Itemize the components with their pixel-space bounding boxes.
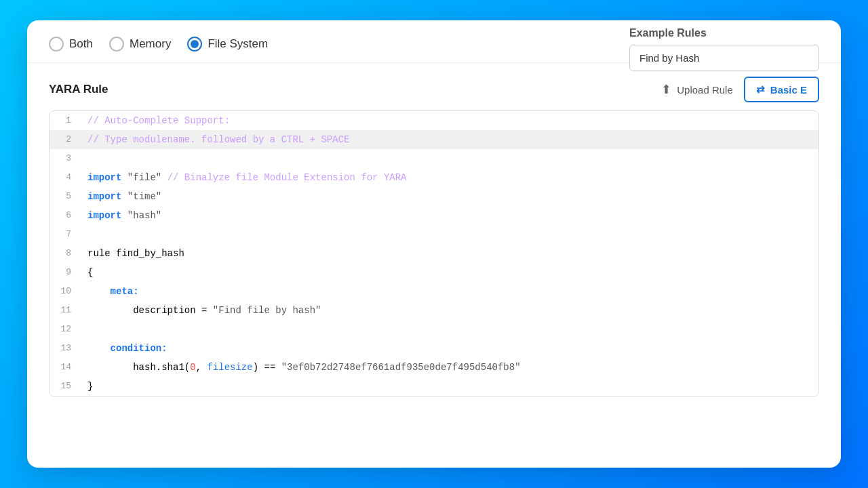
top-bar: Both Memory File System Example Rules (27, 20, 841, 63)
radio-both[interactable]: Both (49, 37, 93, 52)
basic-editor-button[interactable]: ⇄ Basic E (744, 77, 819, 102)
example-rules-section: Example Rules (629, 27, 819, 71)
upload-rule-button[interactable]: ⬆ Upload Rule (661, 82, 733, 97)
yara-rule-header: YARA Rule ⬆ Upload Rule ⇄ Basic E (49, 77, 819, 102)
table-row: 9 { (50, 263, 818, 282)
header-actions: ⬆ Upload Rule ⇄ Basic E (661, 77, 819, 102)
table-row: 4 import "file" // Binalyze file Module … (50, 168, 818, 187)
radio-circle-both (49, 37, 64, 52)
radio-label-memory: Memory (130, 37, 171, 51)
upload-rule-label: Upload Rule (677, 84, 733, 96)
table-row: 3 (50, 149, 818, 168)
radio-circle-memory (109, 37, 124, 52)
table-row: 6 import "hash" (50, 206, 818, 225)
table-row: 15 } (50, 377, 818, 396)
code-editor[interactable]: 1 // Auto-Complete Support: 2 // Type mo… (49, 110, 819, 396)
table-row: 2 // Type modulename. followed by a CTRL… (50, 130, 818, 149)
radio-label-both: Both (69, 37, 93, 51)
table-row: 14 hash.sha1(0, filesize) == "3ef0b72d27… (50, 358, 818, 377)
radio-circle-filesystem (187, 37, 202, 52)
switch-icon: ⇄ (756, 83, 765, 96)
table-row: 7 (50, 225, 818, 244)
table-row: 5 import "time" (50, 187, 818, 206)
table-row: 12 (50, 320, 818, 339)
table-row: 8 rule find_by_hash (50, 244, 818, 263)
radio-group: Both Memory File System (49, 37, 268, 52)
table-row: 1 // Auto-Complete Support: (50, 111, 818, 130)
yara-rule-title: YARA Rule (49, 83, 108, 96)
radio-filesystem[interactable]: File System (187, 37, 268, 52)
radio-memory[interactable]: Memory (109, 37, 171, 52)
table-row: 10 meta: (50, 282, 818, 301)
table-row: 13 condition: (50, 339, 818, 358)
basic-editor-label: Basic E (770, 84, 807, 96)
upload-icon: ⬆ (661, 82, 671, 97)
example-rules-input[interactable] (629, 45, 819, 71)
content-area: YARA Rule ⬆ Upload Rule ⇄ Basic E 1 // A… (27, 63, 841, 396)
main-card: Both Memory File System Example Rules YA… (27, 20, 841, 468)
table-row: 11 description = "Find file by hash" (50, 301, 818, 320)
example-rules-title: Example Rules (629, 27, 819, 39)
radio-label-filesystem: File System (208, 37, 268, 51)
